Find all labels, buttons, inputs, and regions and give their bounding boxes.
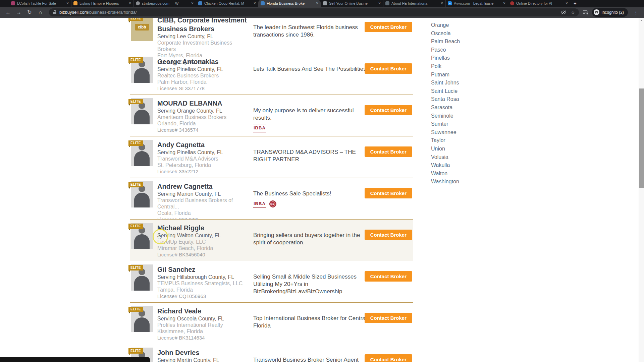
tab-close-icon[interactable]: ×	[254, 1, 256, 5]
county-link[interactable]: Pinellas	[431, 54, 504, 62]
tab-close-icon[interactable]: ×	[378, 1, 381, 5]
broker-name-link[interactable]: Michael Riggle	[157, 224, 251, 232]
contact-broker-button[interactable]: Contact Broker	[365, 354, 412, 362]
county-list-item: Pinellas	[426, 54, 509, 62]
broker-name-link[interactable]: Andrew Cagnetta	[157, 182, 251, 191]
county-link[interactable]: Putnam	[431, 71, 504, 79]
browser-tab[interactable]: Sell Your Online Busine ×	[321, 0, 383, 7]
contact-broker-button[interactable]: Contact Broker	[365, 271, 412, 282]
broker-tagline-text: The Business Sale Specialists!	[253, 190, 331, 197]
county-link[interactable]: Walton	[431, 170, 504, 178]
tab-title: Florida Business Broke	[267, 1, 314, 5]
contact-broker-button[interactable]: Contact Broker	[365, 230, 412, 240]
contact-broker-button[interactable]: Contact Broker	[365, 313, 412, 323]
contact-broker-button[interactable]: Contact Broker	[365, 105, 412, 115]
broker-tagline: The Business Sale Specialists! IBBA CBI	[253, 190, 369, 208]
browser-tab[interactable]: strobeprops.com — W ×	[133, 0, 196, 7]
elite-badge: ELITE	[128, 140, 143, 146]
browser-tab[interactable]: LCofish Tackle For Sale ×	[9, 0, 71, 7]
broker-tagline-text: The leader in Southwest Florida business…	[253, 24, 358, 38]
broker-city: Palm Harbor, Florida	[157, 79, 251, 85]
broker-company: Transworld M&A Advisors	[157, 156, 251, 162]
broker-name-link[interactable]: George Antonaklas	[157, 57, 251, 66]
scrollbar-thumb[interactable]	[639, 88, 644, 188]
home-icon[interactable]: ⌂	[36, 8, 45, 17]
browser-tab[interactable]: Listing | Empire Flippers ×	[71, 0, 133, 7]
county-list-item: Saint Johns	[426, 79, 509, 87]
contact-broker-button[interactable]: Contact Broker	[365, 188, 412, 198]
county-link[interactable]: Seminole	[431, 112, 504, 120]
contact-broker-button[interactable]: Contact Broker	[365, 22, 412, 32]
broker-name-link[interactable]: CIBB, Corporate Investment Business Brok…	[157, 18, 251, 33]
broker-tagline: Transworld Business Broker Senior Agent …	[253, 356, 369, 362]
broker-info: Andy Cagnetta Serving Pinellas County, F…	[157, 140, 251, 175]
browser-tab[interactable]: Chicken Coop Rental, M ×	[196, 0, 258, 7]
browser-tab[interactable]: About FE Internationa ×	[383, 0, 445, 7]
browser-menu-icon[interactable]: ⋮	[631, 8, 641, 17]
county-list-item: Osceola	[426, 29, 509, 38]
broker-tagline-text: Selling Small & Middle Sized Businesses …	[253, 274, 357, 295]
address-bar[interactable]: bizbuysell.com/business-brokers/florida/…	[49, 8, 579, 16]
bizbuysell-favicon	[198, 1, 202, 5]
broker-name-link[interactable]: MOURAD ELBANNA	[157, 99, 251, 108]
county-link[interactable]: Wakulla	[431, 161, 504, 170]
new-tab-button[interactable]: +	[570, 0, 580, 7]
county-list-item: Taylor	[426, 136, 509, 145]
forward-icon[interactable]: →	[14, 8, 23, 17]
tab-close-icon[interactable]: ×	[191, 1, 194, 5]
county-link[interactable]: Taylor	[431, 136, 504, 145]
scrollbar-up-arrow[interactable]: ▲	[639, 19, 644, 21]
broker-name-link[interactable]: Richard Veale	[157, 307, 251, 315]
tab-close-icon[interactable]: ×	[503, 1, 505, 5]
county-link[interactable]: Orange	[431, 21, 504, 29]
incognito-badge: Incognito (2)	[592, 8, 628, 17]
broker-serving: Serving Lee County, FL	[157, 33, 251, 40]
broker-tagline: Top International Business Broker for Ce…	[253, 315, 369, 332]
broker-tagline-text: Lets Talk Business And See The Possibili…	[253, 66, 368, 72]
eye-off-icon[interactable]	[561, 10, 566, 15]
county-link[interactable]: Suwannee	[431, 128, 504, 137]
broker-card: ELITE Michael Riggle Serving Walton Coun…	[130, 220, 413, 261]
county-list-item: Polk	[426, 62, 509, 71]
tab-title: About FE Internationa	[391, 1, 439, 5]
contact-broker-button[interactable]: Contact Broker	[365, 63, 412, 74]
browser-window: LCofish Tackle For Sale × Listing | Empi…	[0, 0, 644, 362]
county-link[interactable]: Palm Beach	[431, 38, 504, 46]
county-link[interactable]: Sumter	[431, 120, 504, 128]
county-link[interactable]: Saint Johns	[431, 79, 504, 87]
bookmark-star-icon[interactable]: ☆	[571, 10, 575, 15]
county-list-item: Saint Lucie	[426, 87, 509, 96]
broker-photo[interactable]: cibb	[131, 18, 153, 41]
browser-tab[interactable]: Online Directory for Al ×	[508, 0, 570, 7]
reload-icon[interactable]: ↻	[25, 8, 34, 17]
county-link[interactable]: Saint Lucie	[431, 87, 504, 96]
broker-info: Richard Veale Serving Osceola County, FL…	[157, 307, 251, 341]
county-link[interactable]: Santa Rosa	[431, 95, 504, 104]
broker-name-link[interactable]: Gil Sanchez	[157, 265, 251, 274]
tab-close-icon[interactable]: ×	[316, 1, 318, 5]
county-link[interactable]: Osceola	[431, 29, 504, 38]
tab-close-icon[interactable]: ×	[566, 1, 568, 5]
elite-badge: ELITE	[128, 265, 143, 270]
broker-card: ELITE MOURAD ELBANNA Serving Orange Coun…	[130, 95, 413, 136]
page-scrollbar[interactable]: ▲	[639, 18, 644, 362]
media-playlist-icon[interactable]	[583, 10, 589, 15]
county-link[interactable]: Sarasota	[431, 104, 504, 112]
tab-close-icon[interactable]: ×	[441, 1, 443, 5]
browser-tab[interactable]: Florida Business Broke ×	[258, 0, 321, 7]
broker-name-link[interactable]: Andy Cagnetta	[157, 140, 251, 149]
broker-company: Ameriteam Business Brokers	[157, 114, 251, 120]
tab-close-icon[interactable]: ×	[129, 1, 131, 5]
county-link[interactable]: Pasco	[431, 46, 504, 54]
back-icon[interactable]: ←	[3, 8, 13, 17]
county-link[interactable]: Polk	[431, 62, 504, 71]
contact-broker-button[interactable]: Contact Broker	[365, 146, 412, 157]
broker-name-link[interactable]: John Devries	[157, 348, 251, 357]
tab-close-icon[interactable]: ×	[66, 1, 69, 5]
broker-tagline-text: Bringing sellers and buyers together in …	[253, 232, 360, 246]
browser-tab[interactable]: A Avvo.com - Legal. Easie ×	[445, 0, 508, 7]
county-link[interactable]: Washington	[431, 178, 504, 186]
county-link[interactable]: Union	[431, 145, 504, 153]
broker-city: Orlando, Florida	[157, 120, 251, 127]
county-link[interactable]: Volusia	[431, 153, 504, 162]
